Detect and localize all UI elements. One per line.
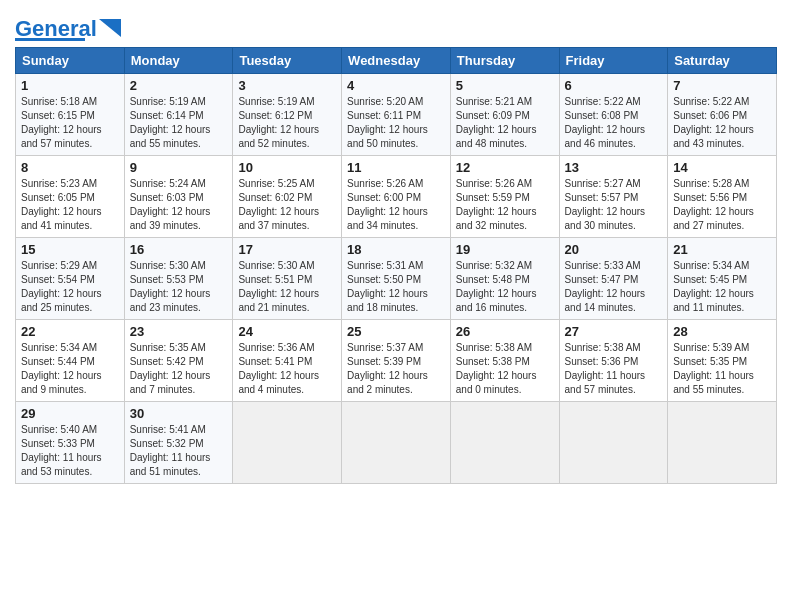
day-cell: 19Sunrise: 5:32 AM Sunset: 5:48 PM Dayli… — [450, 238, 559, 320]
day-cell — [559, 402, 668, 484]
day-info: Sunrise: 5:34 AM Sunset: 5:45 PM Dayligh… — [673, 259, 771, 315]
day-info: Sunrise: 5:40 AM Sunset: 5:33 PM Dayligh… — [21, 423, 119, 479]
col-header-thursday: Thursday — [450, 48, 559, 74]
day-cell: 30Sunrise: 5:41 AM Sunset: 5:32 PM Dayli… — [124, 402, 233, 484]
day-info: Sunrise: 5:19 AM Sunset: 6:14 PM Dayligh… — [130, 95, 228, 151]
day-cell: 7Sunrise: 5:22 AM Sunset: 6:06 PM Daylig… — [668, 74, 777, 156]
day-cell: 5Sunrise: 5:21 AM Sunset: 6:09 PM Daylig… — [450, 74, 559, 156]
day-info: Sunrise: 5:34 AM Sunset: 5:44 PM Dayligh… — [21, 341, 119, 397]
day-info: Sunrise: 5:22 AM Sunset: 6:08 PM Dayligh… — [565, 95, 663, 151]
day-info: Sunrise: 5:30 AM Sunset: 5:53 PM Dayligh… — [130, 259, 228, 315]
day-info: Sunrise: 5:35 AM Sunset: 5:42 PM Dayligh… — [130, 341, 228, 397]
day-cell: 17Sunrise: 5:30 AM Sunset: 5:51 PM Dayli… — [233, 238, 342, 320]
day-cell: 28Sunrise: 5:39 AM Sunset: 5:35 PM Dayli… — [668, 320, 777, 402]
day-cell: 11Sunrise: 5:26 AM Sunset: 6:00 PM Dayli… — [342, 156, 451, 238]
day-cell: 1Sunrise: 5:18 AM Sunset: 6:15 PM Daylig… — [16, 74, 125, 156]
logo: General — [15, 18, 121, 41]
day-info: Sunrise: 5:33 AM Sunset: 5:47 PM Dayligh… — [565, 259, 663, 315]
day-cell: 14Sunrise: 5:28 AM Sunset: 5:56 PM Dayli… — [668, 156, 777, 238]
day-info: Sunrise: 5:18 AM Sunset: 6:15 PM Dayligh… — [21, 95, 119, 151]
day-cell: 25Sunrise: 5:37 AM Sunset: 5:39 PM Dayli… — [342, 320, 451, 402]
col-header-sunday: Sunday — [16, 48, 125, 74]
day-cell: 8Sunrise: 5:23 AM Sunset: 6:05 PM Daylig… — [16, 156, 125, 238]
day-info: Sunrise: 5:21 AM Sunset: 6:09 PM Dayligh… — [456, 95, 554, 151]
day-cell: 13Sunrise: 5:27 AM Sunset: 5:57 PM Dayli… — [559, 156, 668, 238]
day-number: 1 — [21, 78, 119, 93]
day-number: 19 — [456, 242, 554, 257]
day-cell — [450, 402, 559, 484]
day-number: 18 — [347, 242, 445, 257]
day-number: 6 — [565, 78, 663, 93]
day-cell: 2Sunrise: 5:19 AM Sunset: 6:14 PM Daylig… — [124, 74, 233, 156]
day-number: 12 — [456, 160, 554, 175]
header: General — [15, 10, 777, 41]
day-cell: 6Sunrise: 5:22 AM Sunset: 6:08 PM Daylig… — [559, 74, 668, 156]
day-info: Sunrise: 5:39 AM Sunset: 5:35 PM Dayligh… — [673, 341, 771, 397]
day-number: 28 — [673, 324, 771, 339]
calendar-header-row: SundayMondayTuesdayWednesdayThursdayFrid… — [16, 48, 777, 74]
day-number: 7 — [673, 78, 771, 93]
day-cell: 20Sunrise: 5:33 AM Sunset: 5:47 PM Dayli… — [559, 238, 668, 320]
day-info: Sunrise: 5:20 AM Sunset: 6:11 PM Dayligh… — [347, 95, 445, 151]
day-info: Sunrise: 5:19 AM Sunset: 6:12 PM Dayligh… — [238, 95, 336, 151]
day-info: Sunrise: 5:24 AM Sunset: 6:03 PM Dayligh… — [130, 177, 228, 233]
day-cell — [233, 402, 342, 484]
day-info: Sunrise: 5:26 AM Sunset: 5:59 PM Dayligh… — [456, 177, 554, 233]
day-cell: 18Sunrise: 5:31 AM Sunset: 5:50 PM Dayli… — [342, 238, 451, 320]
day-number: 17 — [238, 242, 336, 257]
day-info: Sunrise: 5:31 AM Sunset: 5:50 PM Dayligh… — [347, 259, 445, 315]
day-info: Sunrise: 5:25 AM Sunset: 6:02 PM Dayligh… — [238, 177, 336, 233]
day-info: Sunrise: 5:23 AM Sunset: 6:05 PM Dayligh… — [21, 177, 119, 233]
day-info: Sunrise: 5:28 AM Sunset: 5:56 PM Dayligh… — [673, 177, 771, 233]
day-number: 11 — [347, 160, 445, 175]
day-number: 2 — [130, 78, 228, 93]
day-cell — [668, 402, 777, 484]
day-number: 25 — [347, 324, 445, 339]
calendar-table: SundayMondayTuesdayWednesdayThursdayFrid… — [15, 47, 777, 484]
day-number: 3 — [238, 78, 336, 93]
day-number: 27 — [565, 324, 663, 339]
day-info: Sunrise: 5:22 AM Sunset: 6:06 PM Dayligh… — [673, 95, 771, 151]
day-number: 13 — [565, 160, 663, 175]
day-cell: 9Sunrise: 5:24 AM Sunset: 6:03 PM Daylig… — [124, 156, 233, 238]
day-cell — [342, 402, 451, 484]
day-number: 5 — [456, 78, 554, 93]
col-header-friday: Friday — [559, 48, 668, 74]
day-cell: 10Sunrise: 5:25 AM Sunset: 6:02 PM Dayli… — [233, 156, 342, 238]
logo-text: General — [15, 18, 97, 40]
day-cell: 29Sunrise: 5:40 AM Sunset: 5:33 PM Dayli… — [16, 402, 125, 484]
day-number: 23 — [130, 324, 228, 339]
col-header-monday: Monday — [124, 48, 233, 74]
day-number: 26 — [456, 324, 554, 339]
day-info: Sunrise: 5:26 AM Sunset: 6:00 PM Dayligh… — [347, 177, 445, 233]
day-number: 30 — [130, 406, 228, 421]
day-number: 21 — [673, 242, 771, 257]
day-number: 10 — [238, 160, 336, 175]
week-row-3: 15Sunrise: 5:29 AM Sunset: 5:54 PM Dayli… — [16, 238, 777, 320]
week-row-4: 22Sunrise: 5:34 AM Sunset: 5:44 PM Dayli… — [16, 320, 777, 402]
col-header-tuesday: Tuesday — [233, 48, 342, 74]
day-info: Sunrise: 5:36 AM Sunset: 5:41 PM Dayligh… — [238, 341, 336, 397]
logo-arrow-icon — [99, 19, 121, 37]
day-cell: 26Sunrise: 5:38 AM Sunset: 5:38 PM Dayli… — [450, 320, 559, 402]
day-number: 14 — [673, 160, 771, 175]
day-info: Sunrise: 5:32 AM Sunset: 5:48 PM Dayligh… — [456, 259, 554, 315]
day-number: 22 — [21, 324, 119, 339]
day-cell: 15Sunrise: 5:29 AM Sunset: 5:54 PM Dayli… — [16, 238, 125, 320]
day-number: 16 — [130, 242, 228, 257]
day-cell: 16Sunrise: 5:30 AM Sunset: 5:53 PM Dayli… — [124, 238, 233, 320]
week-row-5: 29Sunrise: 5:40 AM Sunset: 5:33 PM Dayli… — [16, 402, 777, 484]
day-cell: 27Sunrise: 5:38 AM Sunset: 5:36 PM Dayli… — [559, 320, 668, 402]
day-info: Sunrise: 5:29 AM Sunset: 5:54 PM Dayligh… — [21, 259, 119, 315]
day-info: Sunrise: 5:38 AM Sunset: 5:36 PM Dayligh… — [565, 341, 663, 397]
day-cell: 3Sunrise: 5:19 AM Sunset: 6:12 PM Daylig… — [233, 74, 342, 156]
day-number: 24 — [238, 324, 336, 339]
day-number: 8 — [21, 160, 119, 175]
day-cell: 21Sunrise: 5:34 AM Sunset: 5:45 PM Dayli… — [668, 238, 777, 320]
day-info: Sunrise: 5:30 AM Sunset: 5:51 PM Dayligh… — [238, 259, 336, 315]
day-number: 4 — [347, 78, 445, 93]
day-info: Sunrise: 5:27 AM Sunset: 5:57 PM Dayligh… — [565, 177, 663, 233]
col-header-wednesday: Wednesday — [342, 48, 451, 74]
day-cell: 4Sunrise: 5:20 AM Sunset: 6:11 PM Daylig… — [342, 74, 451, 156]
day-cell: 23Sunrise: 5:35 AM Sunset: 5:42 PM Dayli… — [124, 320, 233, 402]
